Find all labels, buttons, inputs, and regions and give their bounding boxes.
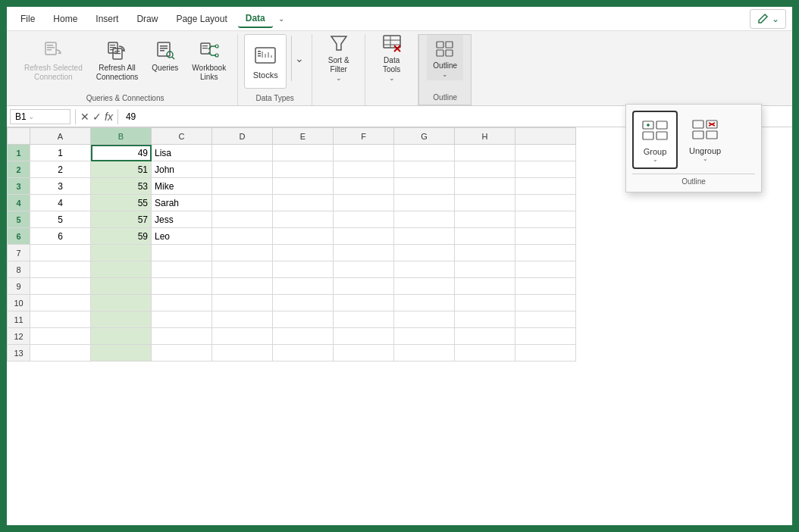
cell-1-G[interactable] [394, 145, 455, 161]
row-number-2[interactable]: 2 [8, 161, 30, 178]
cell-6-A[interactable]: 6 [30, 228, 91, 245]
cell-10-A[interactable] [30, 295, 91, 311]
cell-3-H[interactable] [455, 178, 515, 195]
cell-extra[interactable] [515, 161, 576, 178]
cell-4-E[interactable] [273, 195, 334, 211]
cell-12-F[interactable] [334, 328, 394, 345]
cell-2-F[interactable] [334, 161, 394, 178]
cell-10-G[interactable] [394, 295, 455, 311]
menu-data[interactable]: Data [238, 10, 273, 28]
cell-2-A[interactable]: 2 [30, 161, 91, 178]
cell-7-E[interactable] [273, 245, 334, 261]
cancel-icon[interactable]: ✕ [80, 111, 89, 123]
cell-7-D[interactable] [212, 245, 273, 261]
cell-11-D[interactable] [212, 311, 273, 328]
cell-2-B[interactable]: 51 [91, 161, 152, 178]
menu-home[interactable]: Home [45, 11, 85, 27]
cell-9-A[interactable] [30, 278, 91, 295]
outline-button[interactable]: Outline ⌄ [427, 35, 463, 80]
cell-3-B[interactable]: 53 [91, 178, 152, 195]
cell-11-B[interactable] [91, 311, 152, 328]
cell-11-F[interactable] [334, 311, 394, 328]
cell-extra[interactable] [515, 145, 576, 161]
cell-2-H[interactable] [455, 161, 515, 178]
cell-2-D[interactable] [212, 161, 273, 178]
cell-4-A[interactable]: 4 [30, 195, 91, 211]
cell-extra[interactable] [515, 278, 576, 295]
cell-1-D[interactable] [212, 145, 273, 161]
cell-3-A[interactable]: 3 [30, 178, 91, 195]
cell-9-C[interactable] [152, 278, 212, 295]
cell-7-A[interactable] [30, 245, 91, 261]
row-number-8[interactable]: 8 [8, 261, 30, 278]
cell-2-C[interactable]: John [152, 161, 212, 178]
row-number-1[interactable]: 1 [8, 145, 30, 161]
cell-9-B[interactable] [91, 278, 152, 295]
cell-13-F[interactable] [334, 345, 394, 361]
cell-1-E[interactable] [273, 145, 334, 161]
cell-6-E[interactable] [273, 228, 334, 245]
menu-page-layout[interactable]: Page Layout [168, 11, 234, 27]
cell-11-C[interactable] [152, 311, 212, 328]
cell-13-H[interactable] [455, 345, 515, 361]
cell-6-H[interactable] [455, 228, 515, 245]
cell-5-A[interactable]: 5 [30, 211, 91, 228]
menu-draw[interactable]: Draw [129, 11, 165, 27]
col-header-B[interactable]: B [91, 128, 152, 145]
cell-3-G[interactable] [394, 178, 455, 195]
sort-filter-button[interactable]: Sort &Filter ⌄ [321, 34, 357, 80]
pencil-button[interactable]: ⌄ [750, 9, 786, 29]
cell-10-H[interactable] [455, 295, 515, 311]
row-number-11[interactable]: 11 [8, 311, 30, 328]
queries-button[interactable]: Queries [146, 34, 183, 77]
menu-more-chevron[interactable]: ⌄ [278, 14, 284, 23]
col-header-F[interactable]: F [334, 128, 394, 145]
cell-reference-box[interactable]: B1 ⌄ [10, 109, 70, 124]
cell-8-A[interactable] [30, 261, 91, 278]
cell-2-G[interactable] [394, 161, 455, 178]
cell-5-H[interactable] [455, 211, 515, 228]
cell-9-F[interactable] [334, 278, 394, 295]
row-number-7[interactable]: 7 [8, 245, 30, 261]
col-header-H[interactable]: H [455, 128, 515, 145]
cell-13-D[interactable] [212, 345, 273, 361]
cell-12-C[interactable] [152, 328, 212, 345]
menu-file[interactable]: File [13, 11, 42, 27]
refresh-selected-button[interactable]: Refresh SelectedConnection [19, 34, 88, 86]
row-number-6[interactable]: 6 [8, 228, 30, 245]
outline-ungroup-button[interactable]: Ungroup ⌄ [681, 111, 729, 169]
cell-8-E[interactable] [273, 261, 334, 278]
cell-6-G[interactable] [394, 228, 455, 245]
cell-extra[interactable] [515, 228, 576, 245]
cell-13-B[interactable] [91, 345, 152, 361]
stocks-chevron[interactable]: ⌄ [293, 49, 306, 67]
cell-10-C[interactable] [152, 295, 212, 311]
cell-extra[interactable] [515, 311, 576, 328]
col-header-G[interactable]: G [394, 128, 455, 145]
cell-11-H[interactable] [455, 311, 515, 328]
cell-extra[interactable] [515, 328, 576, 345]
stocks-button[interactable]: Stocks [244, 34, 287, 89]
cell-8-C[interactable] [152, 261, 212, 278]
cell-10-D[interactable] [212, 295, 273, 311]
row-number-12[interactable]: 12 [8, 328, 30, 345]
cell-5-D[interactable] [212, 211, 273, 228]
cell-3-C[interactable]: Mike [152, 178, 212, 195]
cell-13-E[interactable] [273, 345, 334, 361]
cell-3-F[interactable] [334, 178, 394, 195]
cell-11-A[interactable] [30, 311, 91, 328]
cell-11-G[interactable] [394, 311, 455, 328]
cell-5-B[interactable]: 57 [91, 211, 152, 228]
row-number-3[interactable]: 3 [8, 178, 30, 195]
cell-7-H[interactable] [455, 245, 515, 261]
col-header-D[interactable]: D [212, 128, 273, 145]
cell-7-C[interactable] [152, 245, 212, 261]
cell-1-H[interactable] [455, 145, 515, 161]
data-tools-button[interactable]: DataTools ⌄ [374, 34, 410, 80]
cell-6-B[interactable]: 59 [91, 228, 152, 245]
cell-12-G[interactable] [394, 328, 455, 345]
cell-6-D[interactable] [212, 228, 273, 245]
cell-1-C[interactable]: Lisa [152, 145, 212, 161]
cell-8-D[interactable] [212, 261, 273, 278]
cell-1-B[interactable]: 49 [91, 145, 152, 161]
